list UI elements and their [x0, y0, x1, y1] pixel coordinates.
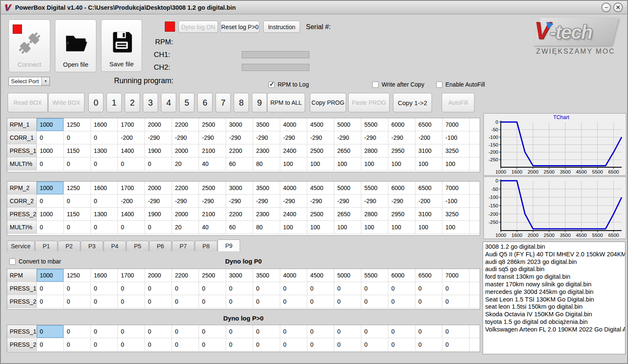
- table-cell[interactable]: 0: [307, 282, 334, 295]
- table-cell[interactable]: 0: [64, 282, 91, 295]
- table-cell[interactable]: 1300: [91, 144, 118, 157]
- table-cell[interactable]: 0: [37, 131, 64, 144]
- table-cell[interactable]: 100: [280, 158, 307, 170]
- table-cell[interactable]: 3500: [253, 269, 280, 282]
- table-cell[interactable]: -100: [442, 195, 470, 207]
- table-cell[interactable]: 0: [37, 158, 64, 170]
- table-cell[interactable]: 2500: [199, 182, 226, 194]
- digit-button-0[interactable]: 0: [88, 93, 104, 112]
- table-cell[interactable]: 0: [172, 295, 199, 308]
- table-cell[interactable]: 0: [91, 325, 118, 338]
- table-cell[interactable]: 4500: [307, 269, 334, 282]
- table-cell[interactable]: 2200: [172, 118, 199, 131]
- table-cell[interactable]: 1250: [64, 118, 91, 131]
- table-cell[interactable]: 100: [361, 158, 388, 170]
- table-cell[interactable]: 0: [415, 338, 442, 351]
- table-cell[interactable]: -290: [172, 131, 199, 144]
- table-cell[interactable]: -290: [253, 195, 280, 207]
- enable-autofill-checkbox-row[interactable]: Enable AutoFill: [436, 81, 485, 88]
- table-cell[interactable]: 1000: [37, 118, 64, 131]
- table-cell[interactable]: 0: [361, 325, 388, 338]
- table-cell[interactable]: 100: [442, 158, 470, 170]
- table-cell[interactable]: 0: [415, 282, 442, 295]
- tab-p8[interactable]: P8: [195, 241, 217, 251]
- table-cell[interactable]: 0: [118, 282, 145, 295]
- table-cell[interactable]: 0: [37, 221, 64, 234]
- table-cell[interactable]: 2500: [199, 269, 226, 282]
- table-cell[interactable]: 0: [442, 338, 470, 351]
- table-cell[interactable]: 5500: [361, 182, 388, 194]
- table-cell[interactable]: -200: [118, 131, 145, 144]
- digit-button-8[interactable]: 8: [234, 93, 249, 112]
- table-cell[interactable]: 80: [253, 221, 280, 234]
- table-cell[interactable]: -290: [334, 195, 361, 207]
- table-cell[interactable]: 0: [442, 325, 470, 338]
- table-cell[interactable]: 2200: [172, 269, 199, 282]
- digit-button-3[interactable]: 3: [143, 93, 158, 112]
- tab-p6[interactable]: P6: [149, 241, 172, 251]
- table-cell[interactable]: 40: [199, 158, 226, 170]
- table-cell[interactable]: 3500: [253, 118, 280, 131]
- table-cell[interactable]: 4000: [280, 182, 307, 194]
- table-cell[interactable]: 0: [226, 282, 253, 295]
- table-cell[interactable]: 0: [145, 295, 172, 308]
- digit-button-4[interactable]: 4: [161, 93, 176, 112]
- table-cell[interactable]: -290: [361, 131, 388, 144]
- file-item[interactable]: audi sq5 go digital.bin: [485, 266, 625, 273]
- table-cell[interactable]: 1700: [118, 118, 145, 131]
- table-cell[interactable]: 3250: [442, 144, 470, 157]
- table-cell[interactable]: 0: [253, 338, 280, 351]
- table-cell[interactable]: -200: [415, 131, 442, 144]
- table-cell[interactable]: 6500: [415, 118, 442, 131]
- read-box-button[interactable]: Read BOX: [8, 93, 48, 112]
- digit-button-7[interactable]: 7: [216, 93, 231, 112]
- tab-p7[interactable]: P7: [172, 241, 194, 251]
- table-cell[interactable]: -290: [334, 131, 361, 144]
- table-cell[interactable]: -200: [415, 195, 442, 207]
- table-cell[interactable]: 1250: [64, 269, 91, 282]
- file-item[interactable]: Volkswagen Arteon FL 2.0 190KM 2022 Go D…: [485, 326, 625, 334]
- table-cell[interactable]: 0: [91, 158, 118, 170]
- file-item[interactable]: mercedes gle 300d 245km go digital.bin: [485, 288, 625, 296]
- table-cell[interactable]: 2650: [334, 208, 361, 220]
- table-cell[interactable]: 6500: [415, 269, 442, 282]
- table-cell[interactable]: 0: [361, 282, 388, 295]
- table-cell[interactable]: 7000: [442, 269, 470, 282]
- table-cell[interactable]: 0: [118, 338, 145, 351]
- table-cell[interactable]: 3500: [253, 182, 280, 194]
- table-cell[interactable]: 0: [172, 338, 199, 351]
- table-cell[interactable]: 6500: [415, 182, 442, 194]
- table-cell[interactable]: 0: [388, 295, 415, 308]
- table-cell[interactable]: 0: [199, 282, 226, 295]
- digit-button-1[interactable]: 1: [106, 93, 122, 112]
- table-cell[interactable]: 0: [118, 221, 145, 234]
- table-cell[interactable]: 0: [199, 338, 226, 351]
- table-cell[interactable]: 0: [226, 338, 253, 351]
- table-cell[interactable]: 0: [64, 158, 91, 170]
- table-cell[interactable]: 100: [307, 158, 334, 170]
- table-cell[interactable]: 0: [334, 282, 361, 295]
- table-cell[interactable]: 0: [388, 325, 415, 338]
- table-cell[interactable]: -290: [226, 131, 253, 144]
- table-cell[interactable]: 1000: [37, 269, 64, 282]
- table-cell[interactable]: 2500: [199, 118, 226, 131]
- table-cell[interactable]: 0: [361, 338, 388, 351]
- table-cell[interactable]: 0: [442, 295, 470, 308]
- table-cell[interactable]: 0: [91, 295, 118, 308]
- table-cell[interactable]: 0: [253, 325, 280, 338]
- table-cell[interactable]: 0: [172, 325, 199, 338]
- enable-autofill-checkbox[interactable]: [436, 81, 442, 88]
- table-cell[interactable]: -290: [280, 131, 307, 144]
- table-cell[interactable]: 3000: [226, 182, 253, 194]
- table-cell[interactable]: 2500: [307, 208, 334, 220]
- rpm-to-log-checkbox[interactable]: [268, 81, 275, 88]
- tab-service[interactable]: Service: [7, 241, 35, 251]
- table-cell[interactable]: 60: [226, 221, 253, 234]
- table-cell[interactable]: 100: [415, 221, 442, 234]
- table-cell[interactable]: 0: [388, 338, 415, 351]
- table-cell[interactable]: 2500: [307, 144, 334, 157]
- file-item[interactable]: 3008 1.2 go digital.bin: [485, 243, 625, 251]
- table-cell[interactable]: 0: [64, 295, 91, 308]
- table-cell[interactable]: 6000: [388, 269, 415, 282]
- table-cell[interactable]: 100: [334, 221, 361, 234]
